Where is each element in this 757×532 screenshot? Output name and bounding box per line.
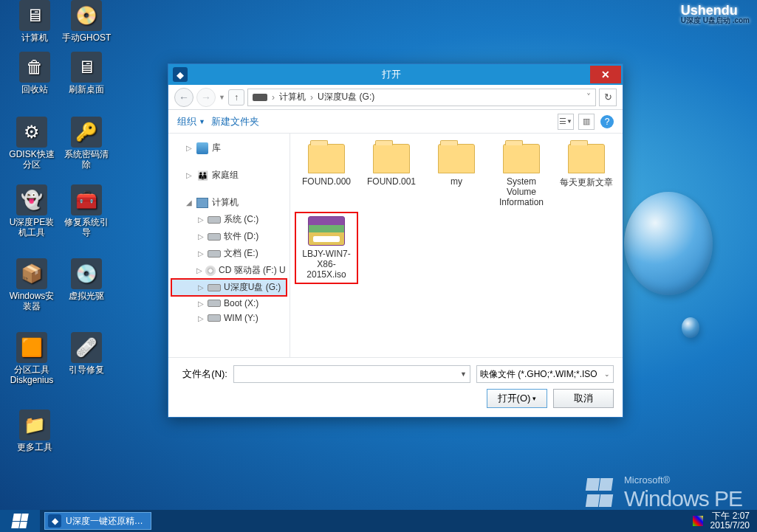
dialog-titlebar[interactable]: ◆ 打开 ✕ xyxy=(168,64,623,85)
chevron-icon: › xyxy=(310,92,313,103)
desktop-icon-glyph: 🧰 xyxy=(71,184,102,215)
desktop-icon-label: U深度PE装机工具 xyxy=(6,217,58,238)
desktop-icon[interactable]: 👻U深度PE装机工具 xyxy=(6,184,58,238)
desktop-icon-glyph: 💿 xyxy=(71,258,102,289)
file-open-dialog: ◆ 打开 ✕ ← → ▼ ↑ › 计算机 › U深度U盘 (G:) ˅ ↻ 组织… xyxy=(168,63,623,418)
desktop-icon[interactable]: 📀手动GHOST xyxy=(61,0,112,43)
clock-date: 2015/7/20 xyxy=(710,520,750,531)
tree-node[interactable]: ◢计算机 xyxy=(171,194,287,211)
file-item[interactable]: FOUND.000 xyxy=(296,141,357,210)
desktop-icon[interactable]: 🔑系统密码清除 xyxy=(61,117,112,170)
new-folder-button[interactable]: 新建文件夹 xyxy=(211,115,259,128)
chevron-down-icon[interactable]: ▼ xyxy=(460,370,467,378)
tree-node[interactable]: ▷软件 (D:) xyxy=(171,228,287,245)
desktop-icon-glyph: 🖥 xyxy=(71,52,102,83)
desktop-icon-label: 刷新桌面 xyxy=(61,84,112,94)
address-dropdown-icon[interactable]: ˅ xyxy=(586,92,591,103)
file-name: FOUND.000 xyxy=(299,176,354,187)
preview-pane-button[interactable]: ▥ xyxy=(578,114,595,130)
desktop-icon-label: 修复系统引导 xyxy=(61,217,112,238)
system-clock[interactable]: 下午 2:07 2015/7/20 xyxy=(685,511,757,531)
desktop-icon-label: GDISK快速分区 xyxy=(6,149,58,170)
desktop-icon-glyph: 🟧 xyxy=(16,332,47,363)
windows-pe-watermark: Microsoft® Windows PE xyxy=(586,473,742,511)
desktop-icon[interactable]: 🖥刷新桌面 xyxy=(61,52,112,94)
folder-tree[interactable]: ▷库▷👪家庭组◢计算机▷系统 (C:)▷软件 (D:)▷文档 (E:)▷CD 驱… xyxy=(168,134,290,357)
history-dropdown-icon[interactable]: ▼ xyxy=(219,94,225,101)
forward-button[interactable]: → xyxy=(196,88,216,107)
tree-node[interactable]: ▷库 xyxy=(171,139,287,156)
folder-icon xyxy=(438,144,475,173)
desktop-icon-label: 系统密码清除 xyxy=(61,149,112,170)
desktop-icon-label: 计算机 xyxy=(9,32,61,43)
organize-menu[interactable]: 组织 ▼ xyxy=(177,115,205,128)
desktop-icon-glyph: 📦 xyxy=(16,258,47,289)
file-item[interactable]: my xyxy=(426,141,487,210)
folder-icon xyxy=(503,144,540,173)
help-button[interactable]: ? xyxy=(600,115,614,128)
desktop-icon-glyph: 👻 xyxy=(16,184,47,215)
tree-node[interactable]: ▷U深度U盘 (G:) xyxy=(171,279,287,296)
desktop-icon[interactable]: 🩹引导修复 xyxy=(61,332,112,375)
dialog-title: 打开 xyxy=(192,68,590,81)
up-button[interactable]: ↑ xyxy=(228,89,244,106)
view-controls: ☰ ▼ ▥ xyxy=(558,114,595,130)
address-bar[interactable]: › 计算机 › U深度U盘 (G:) ˅ xyxy=(247,89,596,106)
chevron-down-icon[interactable]: ⌄ xyxy=(604,370,610,378)
folder-icon xyxy=(373,144,410,173)
watermark-ms: Microsoft® xyxy=(624,474,670,486)
desktop-icon-glyph: 🩹 xyxy=(71,332,102,363)
dialog-body: ▷库▷👪家庭组◢计算机▷系统 (C:)▷软件 (D:)▷文档 (E:)▷CD 驱… xyxy=(168,134,623,357)
desktop-icon[interactable]: 🗑回收站 xyxy=(9,52,61,94)
tree-node[interactable]: ▷Boot (X:) xyxy=(171,296,287,311)
desktop-icon-glyph: ⚙ xyxy=(16,117,47,148)
taskbar-item-icon: ◆ xyxy=(48,514,61,528)
desktop-icon[interactable]: 🧰修复系统引导 xyxy=(61,184,112,238)
close-button[interactable]: ✕ xyxy=(590,66,621,83)
desktop-icon-label: 引导修复 xyxy=(61,365,112,375)
cancel-button[interactable]: 取消 xyxy=(553,389,614,408)
tree-node[interactable]: ▷系统 (C:) xyxy=(171,211,287,228)
file-item[interactable]: 每天更新文章 xyxy=(556,141,617,210)
desktop-icon-glyph: 📀 xyxy=(71,0,102,31)
tray-icon[interactable] xyxy=(693,516,703,526)
breadcrumb-current[interactable]: U深度U盘 (G:) xyxy=(318,91,374,103)
tree-node[interactable]: ▷WIM (Y:) xyxy=(171,311,287,325)
view-mode-button[interactable]: ☰ ▼ xyxy=(558,114,574,130)
refresh-button[interactable]: ↻ xyxy=(599,89,617,106)
nav-row: ← → ▼ ↑ › 计算机 › U深度U盘 (G:) ˅ ↻ xyxy=(168,85,623,110)
file-name: System Volume Information xyxy=(494,176,549,207)
desktop-icon[interactable]: 🟧分区工具Diskgenius xyxy=(6,332,58,385)
desktop-icon[interactable]: ⚙GDISK快速分区 xyxy=(6,117,58,170)
clock-time: 下午 2:07 xyxy=(712,511,750,521)
file-list[interactable]: FOUND.000FOUND.001mySystem Volume Inform… xyxy=(290,134,623,357)
taskbar: ◆ U深度一键还原精… 下午 2:07 2015/7/20 xyxy=(0,510,757,532)
dialog-bottom: 文件名(N): ▼ 映像文件 (*.GHO;*.WIM;*.ISO⌄ 打开(O)… xyxy=(168,357,623,417)
folder-icon xyxy=(568,144,605,173)
tree-node[interactable]: ▷CD 驱动器 (F:) U xyxy=(171,262,287,279)
dialog-toolbar: 组织 ▼ 新建文件夹 ☰ ▼ ▥ ? xyxy=(168,110,623,134)
file-item[interactable]: System Volume Information xyxy=(491,141,552,210)
start-button[interactable] xyxy=(0,510,40,532)
tree-node[interactable]: ▷文档 (E:) xyxy=(171,245,287,262)
file-type-filter[interactable]: 映像文件 (*.GHO;*.WIM;*.ISO⌄ xyxy=(476,365,614,383)
desktop-icon-label: 虚拟光驱 xyxy=(61,291,112,301)
file-item[interactable]: FOUND.001 xyxy=(361,141,422,210)
desktop-icon[interactable]: 📁更多工具 xyxy=(9,410,61,452)
desktop-icon[interactable]: 📦Windows安装器 xyxy=(6,258,58,311)
back-button[interactable]: ← xyxy=(174,88,193,107)
desktop-icon[interactable]: 🖥计算机 xyxy=(9,0,61,43)
desktop-icon-glyph: 🔑 xyxy=(71,117,102,148)
taskbar-item[interactable]: ◆ U深度一键还原精… xyxy=(44,512,151,530)
rar-icon xyxy=(308,216,345,246)
dialog-app-icon: ◆ xyxy=(173,67,188,82)
file-name: my xyxy=(429,176,484,187)
file-item[interactable]: LBJY-WIN7-X86-2015X.iso xyxy=(296,213,357,283)
desktop-icon-glyph: 📁 xyxy=(19,410,50,441)
file-name: FOUND.001 xyxy=(364,176,419,187)
filename-input[interactable]: ▼ xyxy=(233,365,470,383)
open-button[interactable]: 打开(O) ▾ xyxy=(487,389,547,408)
breadcrumb-root[interactable]: 计算机 xyxy=(279,91,306,103)
desktop-icon[interactable]: 💿虚拟光驱 xyxy=(61,258,112,301)
tree-node[interactable]: ▷👪家庭组 xyxy=(171,167,287,184)
